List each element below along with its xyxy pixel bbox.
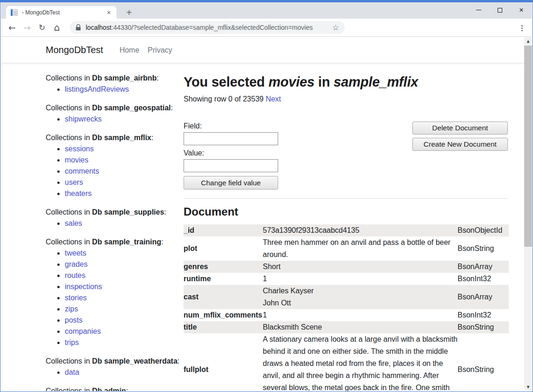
collection-list-item: theaters [65,188,184,199]
next-row-link[interactable]: Next [266,95,281,103]
browser-tab[interactable]: - MongoDbTest × [6,6,116,19]
browser-menu-button[interactable] [517,23,526,33]
tab-close-icon[interactable]: × [106,8,112,16]
document-row: title Blacksmith Scene BsonString [184,321,509,333]
page-favicon-icon [11,9,18,16]
collection-link[interactable]: routes [65,271,85,279]
page-viewport: MongoDbTest Home Privacy Collections in … [1,37,532,391]
document-row: _id 573a1390f29313caabcd4135 BsonObjectI… [184,224,509,237]
value-input[interactable] [184,159,278,172]
document-row: genres Short BsonArray [184,261,509,273]
collection-link[interactable]: sessions [65,145,94,153]
collection-link[interactable]: theaters [65,189,92,197]
document-row: cast Charles Kayser John Ott BsonArray [184,285,509,309]
collections-section: Collections in Db sample_mflix: sessions… [46,133,184,199]
collections-section: Collections in Db sample_weatherdata: da… [46,356,184,378]
document-table: _id 573a1390f29313caabcd4135 BsonObjectI… [184,224,509,391]
field-type-cell: BsonInt32 [458,273,509,285]
selected-collection-name: movies [268,74,314,89]
collection-link[interactable]: companies [65,327,101,335]
collections-section: Collections in Db sample_training: tweet… [46,237,184,348]
collection-link[interactable]: shipwrecks [65,115,102,123]
collections-sidebar: Collections in Db sample_airbnb: listing… [46,73,184,391]
collections-list: shipwrecks [46,114,184,125]
nav-link-home[interactable]: Home [115,46,144,54]
address-bar[interactable]: localhost:44330/?selectedDatabase=sample… [70,21,345,34]
collection-link[interactable]: movies [65,156,89,164]
scroll-up-icon[interactable]: ▲ [524,37,532,45]
document-actions: Delete Document Create New Document [412,122,508,151]
tab-strip: - MongoDbTest × + × [1,2,532,19]
navbar-brand[interactable]: MongoDbTest [46,45,103,55]
field-value-cell: A stationary camera looks at a large anv… [263,333,458,391]
collection-list-item: shipwrecks [65,114,184,125]
collection-list-item: zips [65,304,184,315]
collection-link[interactable]: grades [65,260,88,268]
collection-link[interactable]: trips [65,338,79,346]
url-text: localhost:44330/?selectedDatabase=sample… [86,24,328,31]
collections-list: listingsAndReviews [46,84,184,95]
browser-window: - MongoDbTest × + × ← → ↻ ⌂ localhost:44… [0,0,533,392]
collection-link[interactable]: sales [65,219,82,227]
reload-button[interactable]: ↻ [34,20,49,35]
collections-section: Collections in Db sample_geospatial: shi… [46,103,184,125]
page-title: You selected movies in sample_mflix [184,74,508,90]
close-button[interactable]: × [511,2,532,18]
collections-section-heading: Collections in Db sample_supplies: [46,207,184,217]
collection-link[interactable]: stories [65,294,87,302]
collection-list-item: data [65,367,184,378]
field-value-cell: 573a1390f29313caabcd4135 [263,224,458,237]
field-input[interactable] [184,132,278,145]
collections-section-heading: Collections in Db sample_mflix: [46,133,184,142]
forward-button[interactable]: → [20,20,34,35]
field-value-cell: Three men hammer on an anvil and pass a … [263,237,458,261]
field-type-cell: BsonObjectId [458,224,509,237]
collection-link[interactable]: users [65,178,83,186]
field-name-cell: fullplot [184,333,263,391]
collection-list-item: companies [65,326,184,337]
collection-link[interactable]: listingsAndReviews [65,85,129,93]
collection-list-item: listingsAndReviews [65,84,184,95]
content-row: Collections in Db sample_airbnb: listing… [1,63,524,391]
home-button[interactable]: ⌂ [49,20,64,35]
create-new-document-button[interactable]: Create New Document [412,138,508,151]
field-name-cell: cast [184,285,263,309]
change-field-value-button[interactable]: Change field value [184,176,278,189]
field-type-cell: BsonString [458,333,509,391]
scrollbar-thumb[interactable] [524,46,532,247]
document-row: runtime 1 BsonInt32 [184,273,509,285]
bookmark-star-icon[interactable]: ☆ [332,23,339,32]
back-button[interactable]: ← [5,20,20,35]
collections-section-heading: Collections in Db sample_geospatial: [46,103,184,113]
collection-link[interactable]: posts [65,316,82,324]
nav-link-privacy[interactable]: Privacy [144,46,176,54]
field-name-cell: num_mflix_comments [184,309,263,321]
collection-list-item: grades [65,259,184,270]
delete-document-button[interactable]: Delete Document [412,122,508,135]
collection-link[interactable]: tweets [65,249,86,257]
field-value-cell: 1 [263,309,458,321]
field-type-cell: BsonArray [458,261,509,273]
minimize-button[interactable] [468,2,489,18]
document-row: fullplot A stationary camera looks at a … [184,333,509,391]
document-row: num_mflix_comments 1 BsonInt32 [184,309,509,321]
document-row: plot Three men hammer on an anvil and pa… [184,237,509,261]
collection-link[interactable]: inspections [65,283,102,291]
collection-link[interactable]: data [65,368,79,376]
collections-section-heading: Collections in Db sample_airbnb: [46,73,184,83]
new-tab-button[interactable]: + [123,7,135,19]
field-name-cell: _id [184,224,263,237]
collection-link[interactable]: zips [65,305,78,313]
collection-list-item: routes [65,270,184,281]
page-scrollbar[interactable]: ▲ ▼ [524,37,532,391]
collection-list-item: movies [65,155,184,166]
lock-icon [75,24,81,31]
collection-list-item: inspections [65,281,184,292]
window-controls: × [468,2,532,18]
maximize-button[interactable] [489,2,511,18]
url-host: localhost [86,24,111,31]
tab-title: - MongoDbTest [22,9,106,16]
scroll-down-icon[interactable]: ▼ [524,383,532,391]
field-value-cell: Blacksmith Scene [263,321,458,333]
collection-link[interactable]: comments [65,167,99,175]
